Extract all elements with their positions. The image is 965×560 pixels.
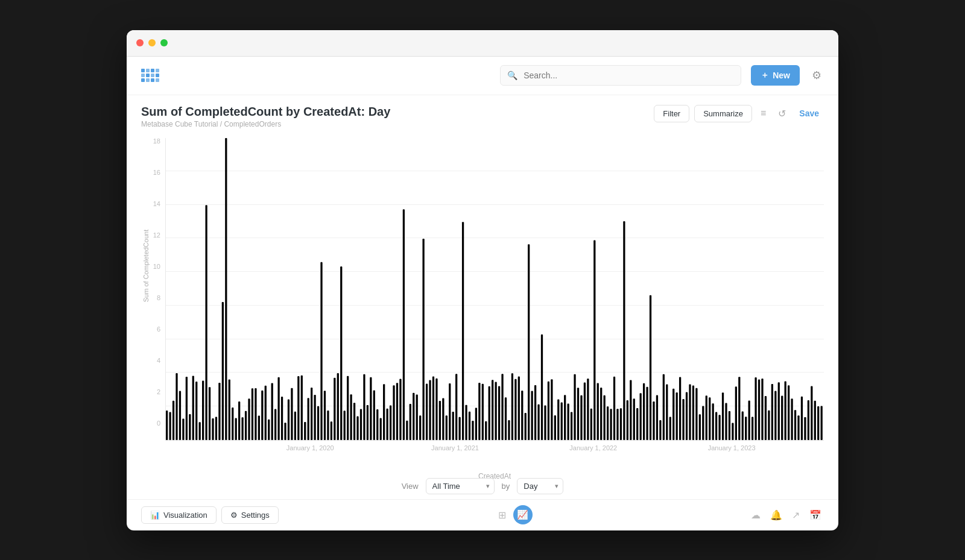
- share-button[interactable]: ↗: [789, 507, 802, 523]
- svg-rect-141: [630, 380, 631, 440]
- settings-icon-button[interactable]: ⚙: [809, 66, 824, 84]
- svg-rect-61: [367, 404, 369, 439]
- y-tick: 14: [141, 201, 165, 207]
- svg-rect-89: [458, 417, 460, 439]
- svg-rect-115: [544, 405, 546, 440]
- save-button[interactable]: Save: [794, 106, 824, 121]
- svg-rect-105: [511, 373, 513, 440]
- new-button[interactable]: ＋ New: [751, 65, 800, 86]
- svg-rect-188: [785, 381, 786, 439]
- svg-rect-147: [650, 295, 651, 439]
- svg-rect-25: [248, 398, 250, 440]
- svg-rect-96: [482, 383, 484, 439]
- svg-rect-165: [709, 397, 710, 440]
- svg-rect-194: [804, 417, 806, 440]
- calendar-button[interactable]: 📅: [807, 507, 824, 523]
- svg-rect-71: [399, 379, 401, 439]
- svg-rect-31: [268, 419, 270, 439]
- chart-active-icon: 📈: [517, 509, 528, 520]
- svg-rect-187: [781, 395, 783, 439]
- bar-chart-svg: [166, 138, 824, 440]
- svg-rect-23: [241, 417, 243, 440]
- chart-view-button[interactable]: 📈: [513, 505, 533, 524]
- x-tick: January 1, 2022: [569, 444, 617, 451]
- svg-rect-74: [410, 403, 411, 439]
- refresh-button[interactable]: ↺: [774, 105, 789, 122]
- svg-rect-153: [669, 417, 671, 440]
- columns-icon-button[interactable]: ≡: [757, 105, 770, 121]
- y-axis-label: Sum of CompletedCount: [142, 230, 150, 302]
- svg-rect-22: [238, 401, 240, 440]
- svg-rect-183: [768, 410, 770, 439]
- minimize-button[interactable]: [148, 39, 156, 46]
- fullscreen-button[interactable]: [160, 39, 168, 46]
- svg-rect-142: [633, 398, 635, 440]
- svg-rect-145: [643, 383, 645, 439]
- table-view-button[interactable]: ⊞: [495, 507, 510, 523]
- y-tick: 6: [141, 326, 165, 333]
- app-window: 🔍 ＋ New ⚙ Sum of CompletedCount by Creat…: [127, 30, 838, 530]
- svg-rect-95: [478, 382, 480, 439]
- y-tick: 18: [141, 138, 165, 145]
- svg-rect-175: [742, 411, 744, 440]
- svg-rect-116: [548, 381, 549, 439]
- view-select[interactable]: All Time Last 30 days Last 90 days Last …: [426, 478, 495, 494]
- svg-rect-76: [416, 394, 418, 440]
- svg-rect-169: [722, 392, 724, 440]
- svg-rect-113: [537, 404, 539, 439]
- svg-rect-73: [406, 420, 408, 439]
- svg-rect-10: [199, 422, 201, 440]
- svg-rect-19: [229, 379, 230, 440]
- svg-rect-36: [284, 423, 286, 440]
- view-toggle: 📊 Visualization ⚙ Settings: [141, 506, 279, 524]
- svg-rect-148: [653, 401, 654, 440]
- svg-rect-163: [702, 406, 704, 439]
- svg-rect-79: [426, 383, 428, 439]
- refresh-icon: ↺: [778, 109, 786, 119]
- svg-rect-91: [465, 404, 467, 439]
- svg-rect-101: [498, 386, 500, 439]
- svg-rect-107: [518, 376, 520, 439]
- download-button[interactable]: ☁: [748, 507, 763, 523]
- view-select-wrap: All Time Last 30 days Last 90 days Last …: [426, 478, 495, 494]
- svg-rect-100: [495, 382, 497, 439]
- y-tick: 0: [141, 420, 165, 427]
- x-axis: January 1, 2020 January 1, 2021 January …: [165, 441, 824, 471]
- svg-rect-30: [265, 385, 267, 439]
- svg-rect-154: [672, 388, 674, 439]
- svg-rect-52: [337, 373, 339, 439]
- svg-rect-94: [475, 407, 477, 439]
- svg-rect-48: [324, 391, 326, 440]
- x-tick: January 1, 2021: [431, 444, 479, 451]
- svg-rect-185: [774, 391, 776, 440]
- svg-rect-174: [738, 377, 740, 440]
- svg-rect-176: [745, 417, 747, 440]
- svg-rect-179: [755, 377, 756, 440]
- visualization-button[interactable]: 📊 Visualization: [141, 506, 217, 524]
- svg-rect-198: [817, 406, 819, 440]
- svg-rect-5: [182, 418, 184, 439]
- bar-chart-icon: 📊: [150, 511, 160, 520]
- alert-button[interactable]: 🔔: [768, 507, 785, 523]
- by-select[interactable]: Day Week Month Year: [517, 478, 563, 494]
- svg-rect-69: [393, 385, 394, 440]
- svg-rect-155: [676, 392, 678, 440]
- svg-rect-86: [449, 383, 451, 439]
- search-input[interactable]: [500, 65, 741, 86]
- svg-rect-110: [528, 244, 530, 440]
- summarize-button[interactable]: Summarize: [694, 105, 752, 122]
- svg-rect-62: [370, 377, 372, 439]
- svg-rect-164: [706, 395, 707, 440]
- svg-rect-173: [735, 386, 737, 440]
- columns-icon: ≡: [761, 108, 766, 118]
- settings-view-button[interactable]: ⚙ Settings: [221, 506, 279, 524]
- close-button[interactable]: [136, 39, 144, 46]
- filter-button[interactable]: Filter: [654, 105, 689, 122]
- svg-rect-157: [682, 399, 684, 440]
- cloud-download-icon: ☁: [751, 510, 761, 520]
- svg-rect-87: [452, 411, 454, 439]
- chart-main: January 1, 2020 January 1, 2021 January …: [165, 138, 824, 471]
- svg-rect-162: [699, 414, 701, 440]
- svg-rect-33: [274, 409, 276, 439]
- svg-rect-81: [432, 376, 434, 440]
